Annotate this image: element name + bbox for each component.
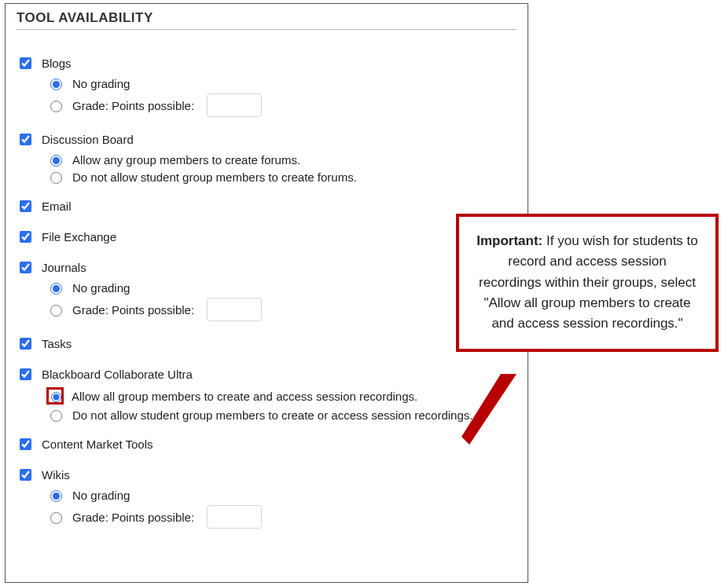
input-journals-points[interactable]: [207, 298, 262, 321]
tool-availability-panel: TOOL AVAILABILITY Blogs No grading Grade…: [5, 3, 528, 583]
label-email: Email: [42, 200, 72, 213]
radio-blogs-nograde[interactable]: [50, 79, 62, 90]
label-collab-deny: Do not allow student group members to cr…: [72, 408, 472, 422]
label-discussion-allow: Allow any group members to create forums…: [72, 153, 300, 167]
label-journals-grade: Grade: Points possible:: [72, 303, 194, 317]
tool-journals: Journals No grading Grade: Points possib…: [17, 259, 517, 321]
radio-discussion-allow[interactable]: [50, 155, 62, 167]
input-blogs-points[interactable]: [207, 93, 262, 117]
radio-collab-allow[interactable]: [51, 391, 61, 403]
checkbox-journals[interactable]: [20, 262, 31, 273]
label-discussion-deny: Do not allow student group members to cr…: [72, 170, 357, 184]
radio-discussion-deny[interactable]: [50, 172, 62, 184]
radio-blogs-grade[interactable]: [50, 101, 62, 112]
checkbox-file-exchange[interactable]: [20, 231, 31, 243]
radio-journals-grade[interactable]: [50, 305, 62, 317]
radio-collab-deny[interactable]: [50, 410, 62, 422]
highlight-collab-allow: [46, 387, 64, 405]
section-title: TOOL AVAILABILITY: [17, 10, 517, 30]
label-journals: Journals: [42, 261, 86, 274]
tool-content-market: Content Market Tools: [17, 436, 517, 452]
checkbox-blogs[interactable]: [20, 57, 31, 69]
label-wikis-grade: Grade: Points possible:: [72, 511, 194, 524]
tool-collab: Blackboard Collaborate Ultra Allow all g…: [17, 366, 517, 422]
radio-journals-nograde[interactable]: [50, 283, 62, 295]
label-blogs-nograde: No grading: [72, 77, 130, 90]
label-tasks: Tasks: [42, 337, 72, 350]
tool-discussion: Discussion Board Allow any group members…: [17, 131, 517, 184]
label-discussion: Discussion Board: [42, 133, 134, 146]
checkbox-discussion[interactable]: [20, 134, 31, 145]
tool-wikis: Wikis No grading Grade: Points possible:: [17, 467, 517, 529]
label-wikis-nograde: No grading: [72, 489, 130, 502]
label-file-exchange: File Exchange: [42, 230, 116, 244]
label-journals-nograde: No grading: [72, 281, 130, 295]
tool-blogs: Blogs No grading Grade: Points possible:: [17, 55, 517, 117]
radio-wikis-nograde[interactable]: [50, 490, 62, 502]
input-wikis-points[interactable]: [207, 505, 262, 529]
radio-wikis-grade[interactable]: [50, 512, 62, 524]
label-content-market: Content Market Tools: [42, 438, 153, 451]
tool-email: Email: [17, 198, 517, 214]
checkbox-collab[interactable]: [20, 368, 31, 380]
label-collab-allow: Allow all group members to create and ac…: [72, 390, 417, 403]
label-blogs-grade: Grade: Points possible:: [72, 99, 194, 112]
label-collab: Blackboard Collaborate Ultra: [42, 368, 193, 381]
checkbox-content-market[interactable]: [20, 438, 31, 450]
callout-strong: Important:: [476, 233, 542, 248]
tool-tasks: Tasks: [17, 335, 517, 352]
checkbox-tasks[interactable]: [20, 338, 31, 350]
checkbox-wikis[interactable]: [20, 469, 31, 481]
label-wikis: Wikis: [42, 468, 70, 482]
label-blogs: Blogs: [42, 57, 72, 70]
callout-important: Important: If you wish for students to r…: [456, 214, 719, 352]
checkbox-email[interactable]: [20, 200, 31, 212]
tool-file-exchange: File Exchange: [17, 229, 517, 245]
